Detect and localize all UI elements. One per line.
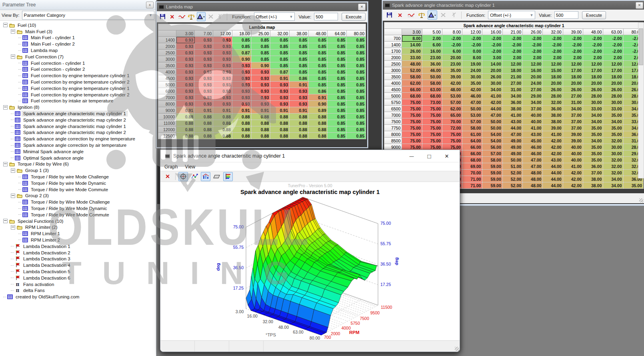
map-cell[interactable]: 62.00 (402, 80, 422, 86)
map-cell[interactable]: 34.00 (583, 118, 603, 125)
close-button[interactable] (438, 150, 456, 162)
map-cell[interactable]: 24.00 (462, 67, 482, 74)
map-cell[interactable]: 0.93 (290, 88, 309, 94)
map-cell[interactable]: 0.88 (251, 120, 270, 126)
map-cell[interactable]: 14.00 (482, 61, 502, 67)
map-cell[interactable]: 0.85 (328, 120, 347, 126)
row-header[interactable]: 3000 (384, 67, 402, 74)
map-cell[interactable]: 43.00 (523, 131, 543, 138)
map-cell[interactable]: 0.88 (251, 133, 270, 139)
map-cell[interactable]: 0.93 (176, 88, 195, 94)
map-cell[interactable]: 59.00 (482, 176, 502, 182)
map-cell[interactable]: 0.85 (328, 126, 347, 133)
map-cell[interactable]: 0.91 (308, 94, 328, 101)
map-cell[interactable]: 0.93 (176, 37, 195, 43)
map-cell[interactable]: 0.88 (251, 126, 270, 133)
map-cell[interactable]: -2.00 (583, 48, 603, 54)
row-header[interactable]: 5000 (384, 93, 402, 99)
map-cell[interactable]: 52.00 (502, 176, 522, 182)
map-cell[interactable]: 19.00 (462, 61, 482, 67)
view-by-combobox[interactable]: Parameter Category ▼ (22, 11, 154, 20)
map-cell[interactable]: 57.00 (442, 99, 462, 106)
map-cell[interactable]: 75.00 (422, 131, 442, 138)
map-cell[interactable]: 50.00 (502, 157, 522, 163)
column-header[interactable]: 18.00 (232, 30, 251, 37)
map-cell[interactable]: 35.00 (603, 131, 623, 138)
map-cell[interactable]: 0.88 (213, 120, 232, 126)
map-cell[interactable]: 0.93 (251, 101, 270, 107)
map-cell[interactable]: 0.88 (308, 120, 328, 126)
map-cell[interactable]: 0.85 (270, 62, 290, 69)
map-cell[interactable]: 0.85 (290, 56, 309, 62)
map-cell[interactable]: 0.85 (308, 37, 328, 43)
map-cell[interactable]: 34.00 (583, 138, 603, 144)
map-cell[interactable]: 0.93 (251, 94, 270, 101)
map-cell[interactable]: -2.00 (583, 35, 603, 42)
map-cell[interactable]: 39.00 (543, 125, 563, 131)
plane-3d-button[interactable] (212, 172, 222, 181)
map-cell[interactable]: 18.00 (563, 74, 583, 80)
tree-item[interactable]: RPM Limiter (2) (1, 224, 156, 231)
map-cell[interactable]: 44.00 (543, 182, 563, 189)
pan-mode-button[interactable] (178, 172, 188, 181)
map-cell[interactable]: 18.00 (603, 74, 623, 80)
map-cell[interactable]: 38.00 (543, 112, 563, 118)
map-cell[interactable]: 0.93 (176, 43, 195, 50)
map-cell[interactable]: 34.00 (603, 176, 623, 182)
tree-item[interactable]: Main Fuel - cylinder 1 (1, 35, 156, 41)
map-cell[interactable]: 0.85 (328, 94, 347, 101)
map-cell[interactable]: 42.00 (563, 170, 583, 176)
map-cell[interactable]: 0.93 (270, 88, 290, 94)
map-cell[interactable]: 23.00 (442, 61, 462, 67)
map-cell[interactable]: 17.00 (563, 67, 583, 74)
map-cell[interactable]: 47.00 (482, 112, 502, 118)
map-cell[interactable]: 48.00 (402, 61, 422, 67)
map-cell[interactable]: 0.85 (308, 69, 328, 75)
tree-item[interactable]: Lambda Deactivation 4 (1, 262, 156, 268)
map-cell[interactable]: 37.00 (583, 170, 603, 176)
map-cell[interactable]: 8.00 (402, 35, 422, 42)
tree-item[interactable]: Fuel correction by engine temperature cy… (1, 79, 156, 85)
map-cell[interactable]: 0.88 (290, 126, 309, 133)
menu-view[interactable]: View (185, 164, 195, 170)
map-cell[interactable]: 69.00 (462, 163, 482, 170)
save-button[interactable] (158, 12, 167, 21)
map-cell[interactable]: 30.00 (462, 74, 482, 80)
map-cell[interactable]: 12.00 (563, 61, 583, 67)
map-cell[interactable]: 38.00 (502, 106, 522, 112)
map-cell[interactable]: 0.85 (232, 37, 251, 43)
map-cell[interactable]: 0.85 (308, 50, 328, 56)
map-cell[interactable]: 28.00 (543, 93, 563, 99)
map-cell[interactable]: 0.93 (195, 101, 213, 107)
row-header[interactable]: 4500 (384, 86, 402, 93)
line-graph-button[interactable] (190, 172, 199, 181)
map-cell[interactable]: 44.00 (543, 163, 563, 170)
map-cell[interactable]: 21.00 (502, 74, 522, 80)
row-header[interactable]: 8000 (158, 101, 176, 107)
map-cell[interactable]: 0.88 (290, 114, 309, 120)
map-cell[interactable]: 0.93 (213, 69, 232, 75)
map-cell[interactable]: 0.85 (290, 62, 309, 69)
map-cell[interactable]: 0.93 (195, 94, 213, 101)
map-cell[interactable]: 0.85 (347, 101, 366, 107)
map-cell[interactable]: 0.93 (195, 37, 213, 43)
map-cell[interactable]: 32.00 (603, 138, 623, 144)
tree-item[interactable]: Lambda Deactivation 3 (1, 256, 156, 262)
tree-item[interactable]: Optimal Spark advance angle (1, 155, 156, 161)
map-cell[interactable]: -2.00 (603, 42, 623, 48)
map-cell[interactable]: 0.88 (195, 114, 213, 120)
map-cell[interactable]: 0.88 (232, 133, 251, 139)
value-input[interactable] (554, 11, 578, 19)
map-cell[interactable]: 47.00 (462, 99, 482, 106)
map-cell[interactable]: 30.00 (603, 150, 623, 157)
column-header[interactable]: 25.00 (251, 30, 270, 37)
map-cell[interactable]: 59.00 (482, 170, 502, 176)
tree-item[interactable]: Spark advance angle characteristic map c… (1, 123, 156, 130)
compare-button[interactable] (187, 12, 196, 21)
collapse-icon[interactable] (3, 219, 8, 223)
map-cell[interactable]: 0.85 (347, 62, 366, 69)
map-cell[interactable]: 38.00 (543, 118, 563, 125)
collapse-icon[interactable] (11, 29, 15, 34)
map-cell[interactable]: 75.00 (402, 118, 422, 125)
map-cell[interactable]: 39.00 (442, 74, 462, 80)
